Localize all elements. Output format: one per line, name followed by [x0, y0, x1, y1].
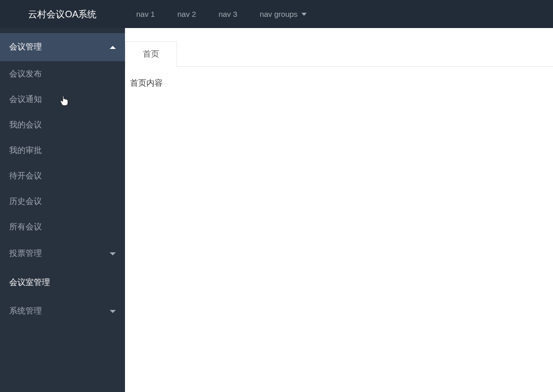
caret-down-icon: [110, 310, 116, 313]
sidebar: 会议管理 会议发布 会议通知 我的会议 我的审批 待开会议 历史会议 所有会议 …: [0, 28, 125, 392]
sidebar-item-meeting-mgmt[interactable]: 会议管理: [0, 33, 125, 61]
tab-home[interactable]: 首页: [125, 41, 177, 67]
top-header: 云村会议OA系统 nav 1 nav 2 nav 3 nav groups: [0, 0, 553, 28]
sidebar-item-vote-mgmt[interactable]: 投票管理: [0, 240, 125, 268]
caret-down-icon: [110, 252, 116, 255]
top-nav: nav 1 nav 2 nav 3 nav groups: [125, 0, 318, 28]
sidebar-sub-history-meetings[interactable]: 历史会议: [0, 189, 125, 214]
sidebar-item-sys-mgmt[interactable]: 系统管理: [0, 297, 125, 325]
caret-up-icon: [110, 46, 116, 49]
sidebar-item-room-mgmt[interactable]: 会议室管理: [0, 268, 125, 297]
nav-groups-label: nav groups: [260, 0, 297, 28]
sidebar-sub-all-meetings[interactable]: 所有会议: [0, 214, 125, 240]
page-body: 首页内容: [125, 67, 553, 100]
sidebar-sub-pending-meetings[interactable]: 待开会议: [0, 163, 125, 189]
sidebar-sub-meeting-notice[interactable]: 会议通知: [0, 87, 125, 112]
sidebar-sub-meeting-publish[interactable]: 会议发布: [0, 61, 125, 87]
brand-title: 云村会议OA系统: [0, 8, 125, 20]
tabs-bar: 首页: [125, 41, 553, 67]
sidebar-label-sys-mgmt: 系统管理: [9, 306, 42, 317]
sidebar-sub-my-meetings[interactable]: 我的会议: [0, 112, 125, 138]
sidebar-label-meeting-mgmt: 会议管理: [9, 42, 42, 53]
nav-item-2[interactable]: nav 2: [166, 0, 208, 28]
nav-item-groups[interactable]: nav groups: [248, 0, 318, 28]
nav-item-1[interactable]: nav 1: [125, 0, 166, 28]
nav-item-3[interactable]: nav 3: [207, 0, 248, 28]
chevron-down-icon: [301, 13, 307, 16]
sidebar-label-vote-mgmt: 投票管理: [9, 248, 42, 259]
sidebar-sub-my-approval[interactable]: 我的审批: [0, 138, 125, 163]
main-content: 首页 首页内容: [125, 28, 553, 392]
